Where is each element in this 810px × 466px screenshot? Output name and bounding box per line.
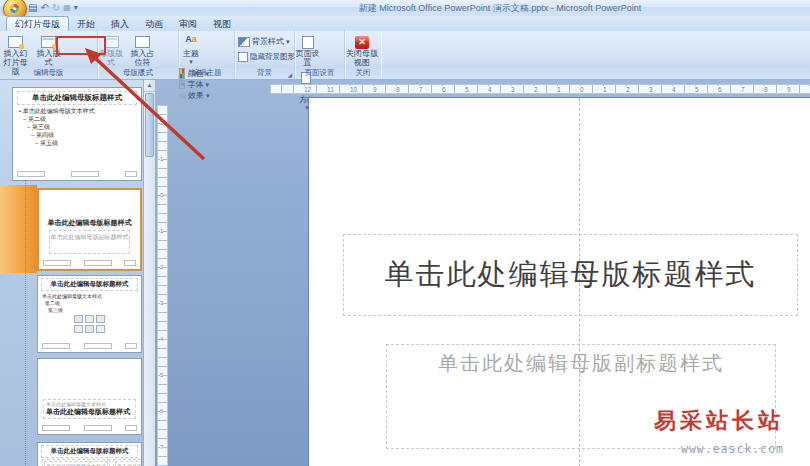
subtitle-placeholder-text: 单击此处编辑母版副标题样式 bbox=[438, 351, 724, 375]
thumbnail-section-layout[interactable]: 单击此处编辑母版文本样式 单击此处编辑母版标题样式 bbox=[37, 358, 142, 435]
ruler-number: 1 bbox=[556, 86, 562, 93]
insert-slide-master-icon bbox=[8, 34, 24, 48]
group-label: 关闭 bbox=[345, 68, 381, 78]
annotation-arrow bbox=[58, 42, 218, 172]
tab-3[interactable]: 动画 bbox=[137, 17, 171, 31]
ruler-number: 9 bbox=[372, 86, 378, 93]
ruler-number: 4 bbox=[671, 86, 677, 93]
background-styles-button[interactable]: 背景样式▾ bbox=[238, 36, 297, 47]
ruler-number: 1 bbox=[602, 86, 608, 93]
tab-5[interactable]: 视图 bbox=[205, 17, 239, 31]
qat-dropdown-icon[interactable]: ▾ bbox=[74, 1, 78, 14]
title-placeholder[interactable]: 单击此处编辑母版标题样式 bbox=[343, 234, 798, 316]
footer-placeholders bbox=[42, 425, 137, 431]
undo-icon[interactable]: ↶ bbox=[40, 1, 48, 14]
group-page-setup: 页面设置 幻灯片方向▾ 页面设置 bbox=[295, 31, 345, 79]
group-label: 页面设置 bbox=[295, 68, 344, 78]
thumbnail-two-content-layout[interactable]: 单击此处编辑母版标题样式 单击此处编辑母版文本样式 单击此处编辑母版文本样式 bbox=[37, 442, 142, 466]
ruler-number: 3 bbox=[510, 86, 516, 93]
hierarchy-line bbox=[25, 180, 26, 466]
ribbon-tab-row: 幻灯片母版开始插入动画审阅视图 bbox=[0, 16, 810, 31]
ruler-number: 4 bbox=[487, 86, 493, 93]
save-icon[interactable]: ▤ bbox=[28, 1, 37, 14]
ruler-number: 0 bbox=[579, 86, 585, 93]
tab-2[interactable]: 插入 bbox=[103, 17, 137, 31]
quick-access-toolbar: ▤ ↶ ↻ ▦ ▾ bbox=[28, 1, 78, 14]
group-label: 背景 bbox=[235, 68, 294, 78]
ruler-number: 5 bbox=[160, 372, 163, 378]
footer-placeholders bbox=[42, 343, 137, 349]
watermark-url: www.easck.com bbox=[681, 442, 784, 456]
ruler-number: 12 bbox=[303, 86, 312, 93]
content-icons bbox=[38, 325, 141, 333]
ruler-number: 9 bbox=[786, 86, 792, 93]
tab-1[interactable]: 开始 bbox=[69, 17, 103, 31]
title-placeholder-text: 单击此处编辑母版标题样式 bbox=[385, 255, 757, 295]
group-close: ✕ 关闭母版视图 关闭 bbox=[345, 31, 381, 79]
ruler-number: 8 bbox=[395, 86, 401, 93]
tab-0[interactable]: 幻灯片母版 bbox=[6, 16, 69, 31]
tab-4[interactable]: 审阅 bbox=[171, 17, 205, 31]
background-styles-icon bbox=[238, 37, 250, 47]
thumbnail-content-layout[interactable]: 单击此处编辑母版标题样式 单击此处编辑母版文本样式 第二级 第三级 bbox=[37, 275, 142, 353]
office-logo-icon bbox=[10, 4, 19, 13]
ruler-number: 7 bbox=[418, 86, 424, 93]
thumbnail-title-layout[interactable]: 单击此处编辑母版标题样式 单击此处编辑母版副标题样式 bbox=[37, 188, 142, 271]
watermark-name: 易采站长站 bbox=[654, 406, 784, 436]
close-master-view-button[interactable]: ✕ 关闭母版视图 bbox=[345, 31, 379, 67]
ruler-number: 6 bbox=[441, 86, 447, 93]
customize-icon[interactable]: ▦ bbox=[63, 1, 71, 14]
checkbox-unchecked-icon bbox=[238, 52, 248, 62]
ruler-number: 8 bbox=[763, 86, 769, 93]
ruler-number: 6 bbox=[160, 408, 163, 414]
ruler-number: 5 bbox=[694, 86, 700, 93]
ruler-number: 2 bbox=[160, 264, 163, 270]
slide-canvas[interactable]: 单击此处编辑母版标题样式 单击此处编辑母版副标题样式 易采站长站 www.eas… bbox=[308, 97, 810, 466]
redo-icon[interactable]: ↻ bbox=[52, 1, 60, 14]
ruler-number: 6 bbox=[717, 86, 723, 93]
page-setup-icon bbox=[300, 34, 316, 48]
ruler-number: 11 bbox=[326, 86, 335, 93]
horizontal-ruler: 121110987654321012345678910 bbox=[270, 84, 810, 94]
ruler-number: 4 bbox=[160, 336, 163, 342]
content-icons bbox=[38, 315, 141, 323]
hide-background-checkbox[interactable]: 隐藏背景图形 bbox=[238, 51, 297, 62]
group-background: 背景样式▾ 隐藏背景图形 ◢ 背景 bbox=[235, 31, 295, 79]
selection-strip bbox=[0, 185, 37, 273]
ruler-number: 0 bbox=[160, 192, 163, 198]
ruler-number: 3 bbox=[648, 86, 654, 93]
ruler-number: 5 bbox=[464, 86, 470, 93]
close-icon: ✕ bbox=[355, 36, 369, 49]
ruler-number: 2 bbox=[533, 86, 539, 93]
ruler-number: 1 bbox=[160, 228, 163, 234]
ruler-number: 7 bbox=[740, 86, 746, 93]
ruler-number: 3 bbox=[160, 300, 163, 306]
powerpoint-window: ▤ ↶ ↻ ▦ ▾ 新建 Microsoft Office PowerPoint… bbox=[0, 0, 810, 466]
window-title: 新建 Microsoft Office PowerPoint 演示文稿.pptx… bbox=[190, 2, 810, 15]
footer-placeholders bbox=[43, 260, 136, 266]
ruler-number: 2 bbox=[625, 86, 631, 93]
page-setup-button[interactable]: 页面设置 bbox=[295, 31, 320, 67]
insert-layout-icon bbox=[40, 34, 56, 48]
ruler-number: 7 bbox=[160, 444, 163, 450]
ruler-number: 10 bbox=[349, 86, 358, 93]
title-bar: ▤ ↶ ↻ ▦ ▾ 新建 Microsoft Office PowerPoint… bbox=[0, 0, 810, 16]
